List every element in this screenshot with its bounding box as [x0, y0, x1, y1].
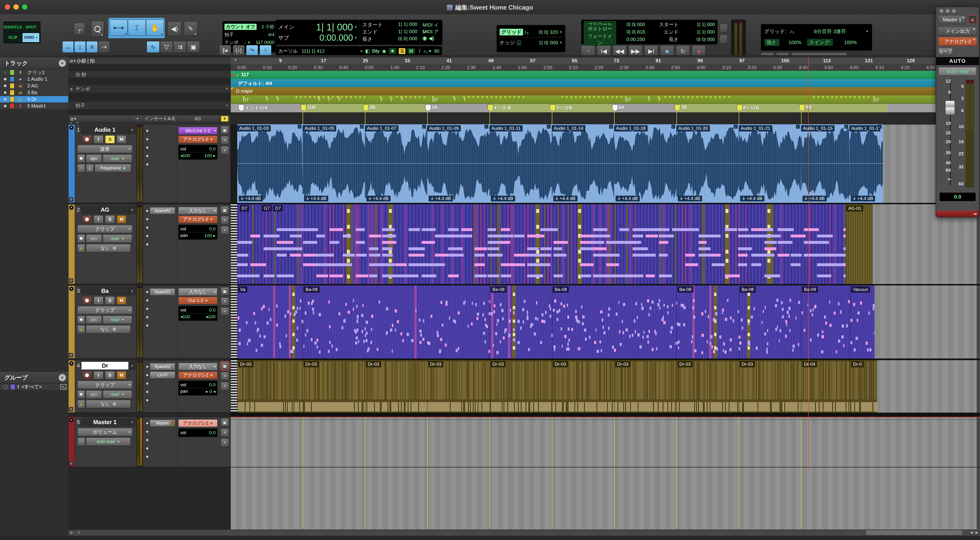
- clip-name[interactable]: Dr-04: [802, 361, 817, 367]
- chord-marker-icon[interactable]: ▼: [414, 95, 417, 99]
- chord-marker-icon[interactable]: ▼: [499, 95, 502, 99]
- clip-name[interactable]: Audio 1_01-1: [850, 125, 880, 132]
- insert-slot[interactable]: [144, 453, 176, 460]
- clip-name[interactable]: Dr-03: [366, 361, 381, 367]
- insert-plugin[interactable]: Xpand!2: [150, 363, 175, 370]
- elastic-audio-button[interactable]: ✱: [77, 390, 85, 399]
- chord-marker-icon[interactable]: ▼: [611, 95, 614, 99]
- track-name-menu-icon[interactable]: ▼: [129, 126, 135, 134]
- chord-marker-icon[interactable]: ▼: [826, 95, 829, 99]
- clip-name[interactable]: Dr-03: [238, 361, 253, 367]
- fade-icon[interactable]: ⌐: [547, 125, 550, 129]
- markers-ruler[interactable]: イントロA11B2B3A4ソロ B5ソロB6A7B8ソロB9B: [231, 103, 980, 112]
- midi-clip-region-ba[interactable]: VaBa-08Ba-08Ba-08Ba-08Ba-08Ba-09Vacuun: [237, 286, 875, 359]
- zoomer-tool-button[interactable]: ▼: [91, 21, 104, 37]
- track-name[interactable]: AG: [81, 206, 129, 214]
- nudge-menu-icon[interactable]: ▼: [560, 41, 562, 44]
- group-row-all[interactable]: ! <すべて> az: [0, 384, 68, 390]
- master-automation-line[interactable]: [231, 419, 980, 420]
- comments-button[interactable]: ≡: [221, 372, 229, 380]
- postroll-value[interactable]: 0| 0| 818: [616, 29, 645, 35]
- solo-button[interactable]: S: [105, 297, 115, 305]
- fader-value[interactable]: 0.0: [940, 192, 976, 201]
- clip-name[interactable]: Dr-03: [428, 361, 444, 367]
- track-group-icon[interactable]: ⚙: [69, 461, 73, 466]
- chord-marker-icon[interactable]: ▼: [304, 95, 307, 99]
- insert-slot[interactable]: [144, 380, 176, 387]
- track-group-icon[interactable]: ⚙: [69, 353, 73, 357]
- chord-marker-icon[interactable]: ▼: [686, 95, 690, 99]
- zoom-toggle-button[interactable]: ↔↕: [74, 23, 85, 35]
- pan-row[interactable]: ◂100◂100: [180, 313, 216, 320]
- chord-marker-icon[interactable]: ▼: [606, 95, 609, 99]
- elastic-audio-button[interactable]: ✱: [77, 154, 85, 163]
- playhead[interactable]: [808, 57, 809, 471]
- track-color-swatch[interactable]: [10, 90, 14, 95]
- chord-marker-icon[interactable]: ▼: [340, 95, 344, 99]
- tempo-note-icon[interactable]: ♩▾: [244, 40, 250, 45]
- chord-marker-icon[interactable]: ▼: [858, 95, 861, 99]
- output-window-button[interactable]: ▣: [221, 418, 229, 427]
- clip-name[interactable]: Ba-08: [490, 286, 506, 293]
- midi-realtime-icon[interactable]: ▲: [77, 400, 85, 408]
- nudge-label[interactable]: ナッジ: [500, 39, 515, 46]
- swing-label[interactable]: スイング:: [807, 39, 833, 46]
- chord-marker-icon[interactable]: ▼: [472, 95, 475, 99]
- audio-clip[interactable]: Audio 1_01-05⌐⏚ +4.4 dB: [302, 124, 365, 203]
- clip-name[interactable]: Audio 1_01-07: [365, 125, 398, 132]
- track-collapse-icon[interactable]: ▼: [69, 418, 73, 422]
- mute-button[interactable]: M: [117, 297, 126, 305]
- grid-panel-value[interactable]: 8分音符 3連符: [794, 28, 866, 35]
- chord-marker-icon[interactable]: ▼: [309, 95, 312, 99]
- chord-marker-icon[interactable]: ▼: [495, 95, 498, 99]
- clip-gain-badge[interactable]: ⏚ +4.4 dB: [239, 195, 263, 202]
- chord-marker-icon[interactable]: ▼: [517, 95, 520, 99]
- chord-marker-icon[interactable]: ▼: [579, 95, 582, 99]
- track-group-icon[interactable]: ⚙: [69, 278, 73, 283]
- zoom-preset-1-button[interactable]: →: [62, 41, 74, 53]
- io-header[interactable]: I/O: [177, 115, 219, 122]
- elastic-plugin-icon[interactable]: ◔: [77, 164, 85, 172]
- chord-marker-icon[interactable]: ▼: [835, 95, 838, 99]
- insert-slot[interactable]: [144, 161, 176, 168]
- warp-icon[interactable]: ⊥: [86, 164, 94, 172]
- chord-marker-icon[interactable]: ▼: [821, 95, 824, 99]
- note-grid-icon[interactable]: ♪₃ ▾: [423, 48, 431, 54]
- fade-icon[interactable]: ⌐: [485, 125, 488, 129]
- volume-row[interactable]: vol0.0: [180, 382, 216, 388]
- chord-marker-icon[interactable]: ▼: [522, 95, 525, 99]
- loop-record-icon[interactable]: ◉: [382, 48, 386, 54]
- count-off-toggle[interactable]: カウント オフ: [224, 24, 257, 30]
- automation-mode-selector[interactable]: read▼: [103, 234, 132, 243]
- chord-marker-icon[interactable]: ▼: [700, 95, 703, 99]
- chord-marker-icon[interactable]: ▼: [363, 95, 366, 99]
- clip-name[interactable]: Audio 1_01-21: [739, 125, 772, 132]
- input-monitor-button[interactable]: I: [94, 371, 103, 379]
- track-list-item-1 Audio 1[interactable]: »1 Audio 1: [0, 76, 68, 83]
- track-view-selector[interactable]: クリップ▼: [77, 225, 132, 233]
- track-group-icon[interactable]: ⚙: [69, 197, 73, 202]
- clip-name[interactable]: Dr-03: [740, 361, 755, 367]
- ruler-label-0[interactable]: 小節 | 拍▤▼: [68, 57, 231, 64]
- chord-marker-icon[interactable]: ▼: [423, 95, 426, 99]
- add-button[interactable]: +: [221, 226, 229, 234]
- chord-marker-icon[interactable]: ▼: [295, 95, 298, 99]
- clip-name[interactable]: Dr-03: [553, 361, 568, 367]
- fade-icon[interactable]: ⌐: [878, 125, 882, 129]
- clip-gain-badge[interactable]: ⏚ +4.4 dB: [740, 195, 764, 202]
- tempo-label[interactable]: テンポ: [224, 39, 239, 46]
- mirror-midi-button[interactable]: ▣: [187, 41, 200, 53]
- clip-gain-badge[interactable]: ⏚ +4.4 dB: [491, 195, 515, 202]
- delay-compensation-badge[interactable]: Dly: [372, 48, 380, 54]
- chord-marker-icon[interactable]: ▼: [318, 95, 321, 99]
- automation-mode-selector[interactable]: read▼: [103, 316, 132, 324]
- audio-clip[interactable]: Audio 1_01-21⌐⏚ +4.4 dB: [739, 124, 801, 203]
- clip-name[interactable]: Audio 1_01-18: [614, 125, 648, 132]
- link-track-edit-button[interactable]: ⇉: [173, 41, 186, 53]
- chord-marker-icon[interactable]: ▼: [485, 95, 488, 99]
- chord-marker-icon[interactable]: ▼: [513, 95, 516, 99]
- midi-realtime-icon[interactable]: ▲: [77, 244, 85, 252]
- output-path-selector[interactable]: アナログ1-2⌖: [178, 372, 218, 379]
- scroll-up-icon[interactable]: ⇧: [77, 530, 81, 535]
- chord-marker-icon[interactable]: ▼: [620, 95, 623, 99]
